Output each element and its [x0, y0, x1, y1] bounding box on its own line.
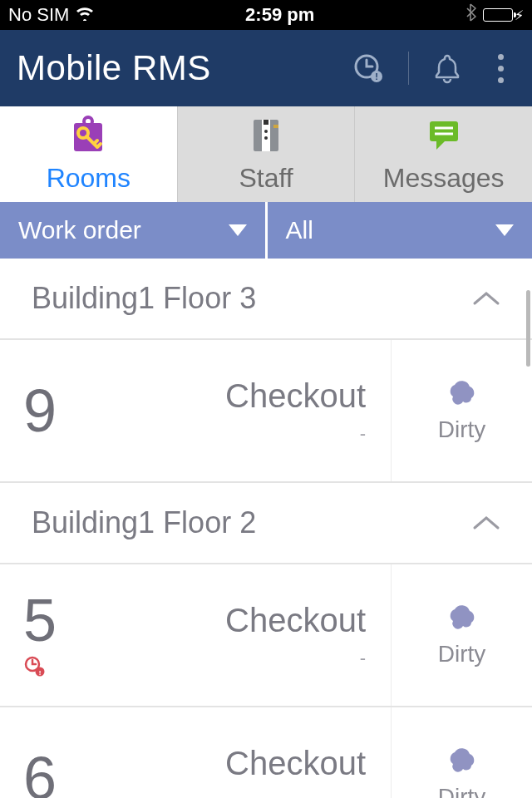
room-state: Checkout: [225, 377, 366, 415]
chevron-down-icon: [229, 224, 247, 236]
staff-icon: [247, 115, 285, 156]
room-status: Dirty: [391, 707, 532, 798]
tab-label: Rooms: [47, 163, 131, 194]
status-bar: No SIM 2:59 pm ⚡︎: [0, 0, 532, 30]
bluetooth-icon: [466, 3, 476, 27]
battery-icon: ⚡︎: [483, 7, 524, 23]
key-tag-icon: [69, 115, 107, 156]
section-title: Building1 Floor 3: [32, 281, 256, 316]
header-separator: [408, 52, 409, 85]
app-title: Mobile RMS: [17, 48, 352, 88]
chevron-up-icon: [472, 515, 500, 531]
svg-point-10: [264, 136, 268, 140]
room-state: Checkout: [225, 602, 366, 639]
room-number: 9: [23, 381, 123, 441]
room-row[interactable]: 5 ! Checkout - Dirty: [0, 564, 532, 707]
late-alert-icon: !: [23, 655, 123, 680]
filter-sort[interactable]: Work order: [0, 202, 268, 259]
carrier-text: No SIM: [8, 4, 69, 26]
svg-point-9: [264, 130, 268, 133]
room-row[interactable]: 9 Checkout - Dirty: [0, 340, 532, 483]
svg-rect-11: [273, 125, 278, 128]
chevron-down-icon: [495, 224, 514, 236]
tab-staff[interactable]: Staff: [178, 106, 356, 202]
svg-text:!: !: [375, 71, 378, 81]
filter-scope[interactable]: All: [268, 202, 533, 259]
dirty-icon: [445, 378, 480, 406]
room-number: 6: [23, 748, 123, 798]
room-status: Dirty: [391, 564, 532, 706]
wifi-icon: [76, 4, 94, 26]
section-header[interactable]: Building1 Floor 2: [0, 483, 532, 564]
room-sub: -: [360, 423, 366, 445]
chevron-up-icon: [472, 290, 500, 307]
tab-bar: Rooms Staff Messages: [0, 106, 532, 202]
svg-point-5: [84, 117, 92, 126]
filter-sort-label: Work order: [18, 216, 141, 244]
tab-messages[interactable]: Messages: [355, 106, 532, 202]
room-list[interactable]: Building1 Floor 3 9 Checkout - Dirty Bui…: [0, 259, 532, 798]
section-title: Building1 Floor 2: [32, 505, 256, 540]
dirty-icon: [445, 746, 480, 774]
bell-icon[interactable]: [432, 52, 462, 85]
svg-text:!: !: [39, 669, 42, 677]
message-icon: [425, 115, 463, 156]
section-header[interactable]: Building1 Floor 3: [0, 259, 532, 340]
room-status: Dirty: [391, 340, 532, 481]
room-number: 5: [23, 590, 123, 650]
room-status-label: Dirty: [438, 641, 486, 667]
tab-rooms[interactable]: Rooms: [0, 106, 178, 202]
dirty-icon: [445, 603, 480, 631]
room-sub: -: [360, 791, 366, 799]
tab-label: Messages: [383, 163, 505, 194]
app-header: Mobile RMS !: [0, 30, 532, 106]
status-right: ⚡︎: [466, 3, 524, 27]
clock-text: 2:59 pm: [94, 4, 466, 26]
clock-alert-icon[interactable]: !: [352, 52, 385, 85]
scroll-indicator: [526, 290, 530, 367]
room-state: Checkout: [225, 745, 366, 782]
more-menu-icon[interactable]: [485, 54, 515, 83]
room-status-label: Dirty: [438, 416, 486, 443]
room-sub: -: [360, 648, 366, 669]
svg-rect-12: [430, 121, 458, 141]
room-status-label: Dirty: [438, 784, 486, 798]
room-row[interactable]: 6 Checkout - Dirty: [0, 707, 532, 798]
filter-scope-label: All: [286, 216, 313, 244]
svg-rect-8: [264, 120, 268, 125]
status-left: No SIM: [8, 4, 94, 26]
tab-label: Staff: [239, 163, 293, 194]
filter-bar: Work order All: [0, 202, 532, 259]
